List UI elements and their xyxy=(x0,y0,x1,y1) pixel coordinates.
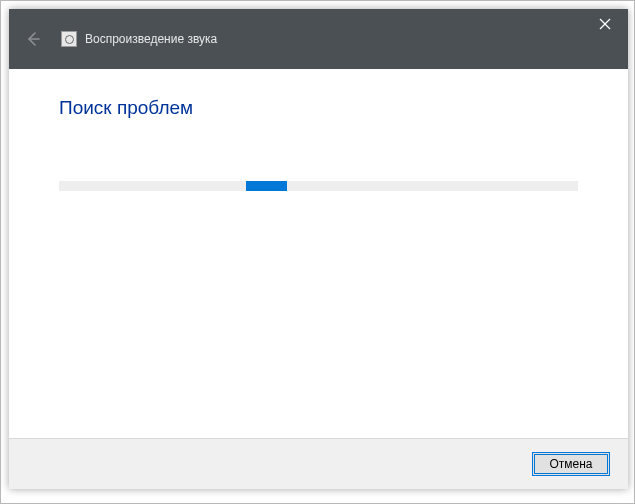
dialog-window: Воспроизведение звука Поиск проблем Отме… xyxy=(9,9,628,489)
footer: Отмена xyxy=(9,438,628,489)
back-arrow-icon xyxy=(24,30,42,48)
page-heading: Поиск проблем xyxy=(59,97,578,119)
troubleshooter-icon xyxy=(61,31,77,47)
back-button[interactable] xyxy=(23,29,43,49)
progress-chunk xyxy=(246,181,288,191)
progress-bar xyxy=(59,181,578,191)
content-area: Поиск проблем xyxy=(9,69,628,438)
cancel-button[interactable]: Отмена xyxy=(532,452,610,476)
close-icon xyxy=(599,18,611,30)
close-button[interactable] xyxy=(582,9,628,39)
window-title: Воспроизведение звука xyxy=(85,32,217,46)
titlebar: Воспроизведение звука xyxy=(9,9,628,69)
